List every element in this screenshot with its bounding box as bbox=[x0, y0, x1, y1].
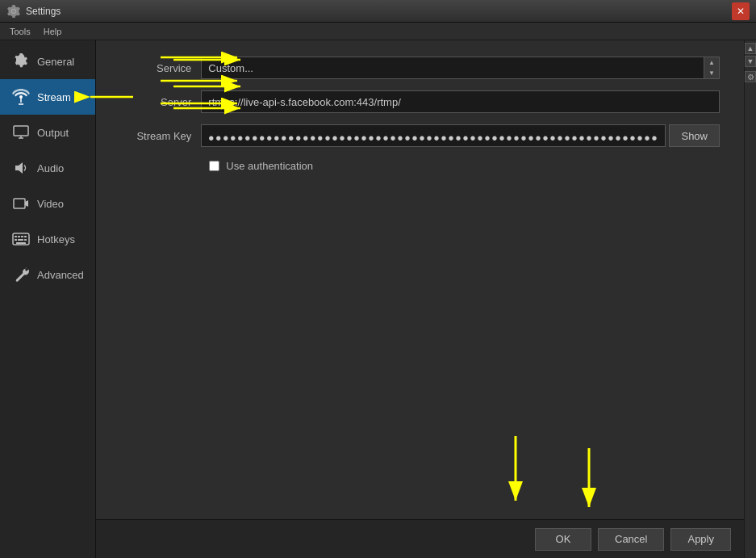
scroll-down-btn[interactable]: ▼ bbox=[745, 56, 756, 67]
server-row: Server bbox=[120, 90, 720, 113]
svg-rect-3 bbox=[14, 126, 28, 136]
show-button[interactable]: Show bbox=[669, 124, 720, 147]
sidebar-item-label-output: Output bbox=[37, 127, 69, 139]
stream-settings-panel: Service ▲ ▼ Server bbox=[96, 40, 744, 519]
server-control bbox=[201, 90, 720, 113]
window-title: Settings bbox=[26, 6, 732, 17]
svg-rect-14 bbox=[15, 239, 17, 241]
sidebar-item-advanced[interactable]: Advanced bbox=[0, 257, 95, 292]
server-input[interactable] bbox=[201, 90, 720, 113]
bottom-bar: OK Cancel Apply bbox=[96, 519, 744, 558]
stream-key-input[interactable]: ••••••••••••••••••••••••••••••••••••••••… bbox=[201, 124, 666, 147]
cancel-button[interactable]: Cancel bbox=[598, 528, 664, 551]
service-label: Service bbox=[120, 62, 201, 74]
sidebar-item-label-stream: Stream bbox=[37, 91, 71, 103]
sidebar-item-label-video: Video bbox=[37, 198, 64, 210]
stream-icon bbox=[11, 87, 31, 107]
sidebar-item-label-hotkeys: Hotkeys bbox=[37, 233, 75, 245]
video-icon bbox=[11, 194, 31, 213]
sidebar-item-hotkeys[interactable]: Hotkeys bbox=[0, 221, 95, 257]
sidebar-item-audio[interactable]: Audio bbox=[0, 150, 95, 186]
svg-rect-11 bbox=[18, 236, 20, 237]
service-up-btn[interactable]: ▲ bbox=[704, 57, 719, 68]
service-input-group: ▲ ▼ bbox=[201, 57, 720, 79]
menu-tools[interactable]: Tools bbox=[3, 27, 37, 36]
use-auth-checkbox[interactable] bbox=[209, 161, 219, 171]
gear-icon bbox=[11, 52, 31, 71]
sidebar-item-label-advanced: Advanced bbox=[37, 269, 84, 281]
title-bar: Settings ✕ bbox=[0, 0, 756, 23]
monitor-icon bbox=[11, 123, 31, 142]
wrench-icon bbox=[11, 265, 31, 284]
ok-button[interactable]: OK bbox=[535, 528, 591, 551]
svg-rect-17 bbox=[16, 242, 26, 244]
apply-button[interactable]: Apply bbox=[670, 528, 731, 551]
sidebar-item-label-audio: Audio bbox=[37, 162, 64, 174]
svg-rect-10 bbox=[15, 236, 17, 237]
svg-rect-16 bbox=[24, 239, 27, 241]
right-scrollbar: ▲ ▼ ⚙ bbox=[744, 40, 756, 558]
svg-rect-7 bbox=[14, 199, 25, 208]
close-button[interactable]: ✕ bbox=[732, 2, 750, 20]
sidebar-item-label-general: General bbox=[37, 56, 74, 68]
service-row: Service ▲ ▼ bbox=[120, 57, 720, 79]
audio-icon bbox=[11, 158, 31, 178]
sidebar: General Stream bbox=[0, 40, 96, 558]
auth-row: Use authentication bbox=[120, 160, 720, 172]
service-down-btn[interactable]: ▼ bbox=[704, 68, 719, 78]
sidebar-item-video[interactable]: Video bbox=[0, 186, 95, 221]
menu-help[interactable]: Help bbox=[37, 27, 69, 36]
service-spinner[interactable]: ▲ ▼ bbox=[704, 57, 720, 79]
service-control: ▲ ▼ bbox=[201, 57, 720, 79]
stream-key-control: ••••••••••••••••••••••••••••••••••••••••… bbox=[201, 124, 720, 147]
service-input[interactable] bbox=[201, 57, 704, 79]
sidebar-item-general[interactable]: General bbox=[0, 44, 95, 79]
svg-marker-6 bbox=[15, 162, 23, 174]
menu-bar: Tools Help bbox=[0, 23, 756, 40]
settings-icon bbox=[6, 4, 21, 19]
sidebar-item-output[interactable]: Output bbox=[0, 115, 95, 150]
sidebar-item-stream[interactable]: Stream bbox=[0, 79, 95, 115]
stream-key-label: Stream Key bbox=[120, 130, 201, 142]
main-layout: General Stream bbox=[0, 40, 756, 558]
svg-rect-13 bbox=[24, 236, 27, 237]
server-label: Server bbox=[120, 96, 201, 108]
svg-rect-15 bbox=[18, 239, 23, 241]
scroll-up-btn[interactable]: ▲ bbox=[745, 43, 756, 54]
settings-scroll-icon[interactable]: ⚙ bbox=[745, 71, 756, 82]
content-area: Service ▲ ▼ Server bbox=[96, 40, 744, 558]
use-auth-label: Use authentication bbox=[226, 160, 313, 172]
svg-rect-12 bbox=[21, 236, 23, 237]
keyboard-icon bbox=[11, 229, 31, 249]
stream-key-row: Stream Key •••••••••••••••••••••••••••••… bbox=[120, 124, 720, 147]
